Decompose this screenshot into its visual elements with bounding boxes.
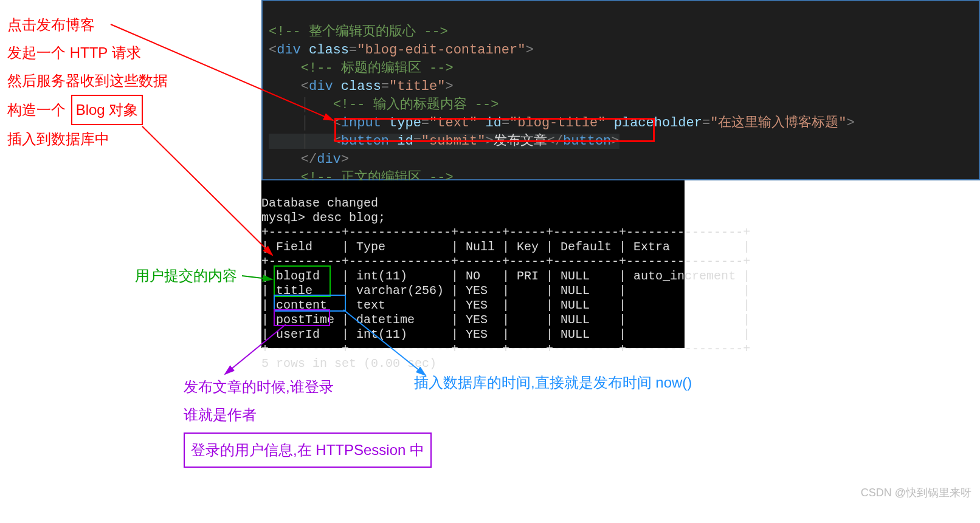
code-comment: <!-- 整个编辑页的版心 --> xyxy=(269,24,448,39)
anno-line: 发起一个 HTTP 请求 xyxy=(7,39,168,67)
code-comment: <!-- 标题的编辑区 --> xyxy=(301,61,454,76)
anno-line: 点击发布博客 xyxy=(7,11,168,39)
sql-header: | Field | Type | Null | Key | Default | … xyxy=(261,240,750,254)
tag: div xyxy=(309,79,333,94)
attr: class xyxy=(341,79,381,94)
tag: button xyxy=(341,134,389,149)
tag: div xyxy=(317,152,341,167)
button-text: 发布文章 xyxy=(494,134,547,149)
anno-line: 然后服务器收到这些数据 xyxy=(7,67,168,95)
attr-value: "submit" xyxy=(421,134,486,149)
code-comment: <!-- 输入的标题内容 --> xyxy=(333,97,499,112)
annotation-purple: 发布文章的时候,谁登录 谁就是作者 登录的用户信息,在 HTTPSession … xyxy=(184,373,432,468)
attr-value: "title" xyxy=(389,79,445,94)
attr: id xyxy=(485,115,501,131)
annotation-blue: 插入数据库的时间,直接就是发布时间 now() xyxy=(414,373,692,392)
attr-value: "text" xyxy=(429,115,477,131)
attr-value: "blog-title" xyxy=(509,115,606,131)
anno-line: 构造一个 Blog 对象 xyxy=(7,95,168,125)
attr-value: "在这里输入博客标题" xyxy=(710,115,846,131)
sql-sep: +----------+--------------+------+-----+… xyxy=(261,342,750,356)
anno-line: 插入到数据库中 xyxy=(7,125,168,153)
anno-line: 谁就是作者 xyxy=(184,401,432,429)
anno-line: 发布文章的时候,谁登录 xyxy=(184,373,432,401)
sql-cmd: desc blog; xyxy=(312,211,385,225)
sql-sep: +----------+--------------+------+-----+… xyxy=(261,255,750,268)
attr-value: "blog-edit-container" xyxy=(357,43,525,58)
sql-sep: +----------+--------------+------+-----+… xyxy=(261,225,750,239)
tag: button xyxy=(563,134,611,149)
attr: class xyxy=(309,43,349,58)
blog-object-box: Blog 对象 xyxy=(71,95,143,125)
diagram-stage: 点击发布博客 发起一个 HTTP 请求 然后服务器收到这些数据 构造一个 Blo… xyxy=(0,0,980,523)
table-row: | blogId | int(11) | NO | PRI | NULL | a… xyxy=(261,269,750,283)
attr: type xyxy=(389,115,421,131)
table-row: | postTime | datetime | YES | | NULL | | xyxy=(261,313,750,327)
watermark: CSDN @快到锅里来呀 xyxy=(861,485,971,500)
attr: id xyxy=(397,134,413,149)
mysql-terminal: Database changed mysql> desc blog; +----… xyxy=(261,180,685,348)
sql-footer: 5 rows in set (0.00 sec) xyxy=(261,357,437,371)
annotation-green: 用户提交的内容 xyxy=(135,266,237,285)
sql-line: Database changed xyxy=(261,196,378,210)
table-row: | userId | int(11) | YES | | NULL | | xyxy=(261,327,750,341)
annotation-red-steps: 点击发布博客 发起一个 HTTP 请求 然后服务器收到这些数据 构造一个 Blo… xyxy=(7,11,168,153)
sql-prompt: mysql> xyxy=(261,211,312,225)
attr: placeholder xyxy=(614,115,702,131)
table-row: | content | text | YES | | NULL | | xyxy=(261,298,750,312)
tag: div xyxy=(277,43,301,58)
code-editor: <!-- 整个编辑页的版心 --> <div class="blog-edit-… xyxy=(261,0,980,180)
table-row: | title | varchar(256) | YES | | NULL | … xyxy=(261,284,750,298)
anno-text: 构造一个 xyxy=(7,101,70,118)
session-info-box: 登录的用户信息,在 HTTPSession 中 xyxy=(184,432,432,468)
tag: input xyxy=(341,115,381,131)
